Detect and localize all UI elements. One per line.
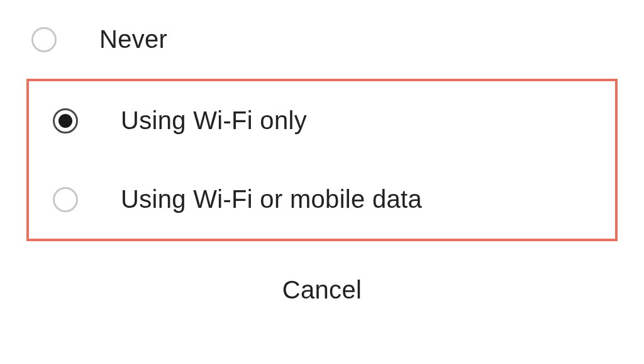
- radio-icon: [31, 27, 57, 52]
- radio-icon: [53, 187, 78, 212]
- radio-option-wifi-only[interactable]: Using Wi-Fi only: [29, 81, 615, 160]
- cancel-button[interactable]: Cancel: [282, 276, 362, 304]
- option-label-wifi-or-mobile: Using Wi-Fi or mobile data: [121, 185, 422, 213]
- cancel-row: Cancel: [19, 241, 625, 304]
- radio-option-wifi-or-mobile[interactable]: Using Wi-Fi or mobile data: [29, 160, 615, 239]
- option-label-never: Never: [99, 25, 167, 54]
- highlight-box: Using Wi-Fi only Using Wi-Fi or mobile d…: [26, 79, 618, 241]
- radio-icon-selected: [53, 108, 78, 134]
- radio-dot-icon: [58, 114, 72, 128]
- radio-option-never[interactable]: Never: [19, 0, 625, 79]
- option-label-wifi-only: Using Wi-Fi only: [121, 106, 307, 135]
